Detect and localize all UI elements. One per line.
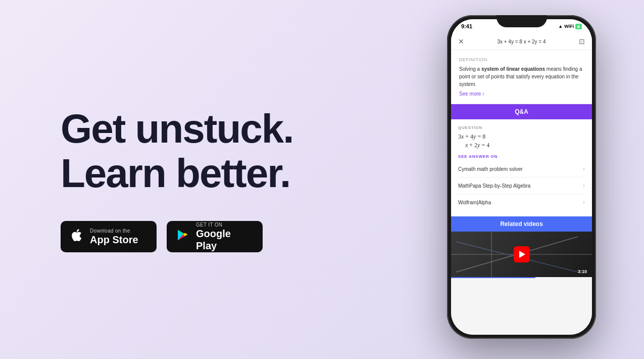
google-play-main-label: Google Play [196, 228, 254, 252]
definition-card: DEFINITION Solving a system of linear eq… [451, 50, 592, 104]
app-header: ✕ 3x + 4y = 8 x + 2y = 4 ⊡ [451, 33, 592, 50]
google-play-button[interactable]: GET IT ON Google Play [167, 221, 263, 252]
equation-1: 3x + 4y = 8 [458, 133, 585, 141]
definition-tag: DEFINITION [459, 57, 584, 62]
google-play-pre-label: GET IT ON [196, 222, 254, 228]
hero-line1: Get unstuck. [61, 106, 293, 151]
see-answer-label: SEE ANSWER ON [458, 154, 585, 159]
answer-item-1-text: Cymath math problem solver [458, 166, 523, 172]
related-videos-label: Related videos [500, 220, 543, 228]
qa-card: QUESTION 3x + 4y = 8 x + 2y = 4 SEE ANSW… [451, 119, 592, 216]
hero-line2: Learn better. [61, 151, 290, 196]
close-icon[interactable]: ✕ [458, 37, 464, 46]
phone-notch [497, 15, 547, 27]
chevron-icon-3: › [583, 199, 585, 206]
answer-item-2-text: MathPapa Step-by-Step Algebra [458, 183, 530, 189]
chevron-icon-1: › [583, 165, 585, 172]
video-progress-bar [451, 277, 535, 278]
google-play-text: GET IT ON Google Play [196, 222, 254, 252]
app-store-text: Download on the App Store [90, 228, 138, 246]
app-store-main-label: App Store [90, 234, 138, 246]
video-thumbnail[interactable]: 3:10 [451, 232, 592, 277]
wifi-icon: WiFi [564, 24, 574, 29]
app-store-pre-label: Download on the [90, 228, 138, 234]
definition-text: Solving a system of linear equations mea… [459, 65, 584, 88]
app-content: DEFINITION Solving a system of linear eq… [451, 50, 592, 335]
related-videos-header: Related videos [451, 216, 592, 232]
qa-label: Q&A [515, 108, 528, 115]
answer-item-3[interactable]: Wolfram|Alpha › [458, 194, 585, 210]
bookmark-icon[interactable]: ⊡ [579, 37, 585, 46]
chevron-icon-2: › [583, 182, 585, 189]
answer-item-1[interactable]: Cymath math problem solver › [458, 161, 585, 177]
def-text-1: Solving a [459, 66, 481, 72]
play-button[interactable] [514, 246, 530, 262]
status-icons: ▲ WiFi ■ [558, 24, 582, 29]
google-play-icon [176, 228, 190, 246]
app-store-button[interactable]: Download on the App Store [61, 221, 157, 252]
signal-icon: ▲ [558, 24, 563, 29]
play-triangle-icon [519, 251, 525, 258]
video-duration: 3:10 [578, 269, 587, 274]
status-time: 9:41 [461, 23, 472, 29]
equation-2: x + 2y = 4 [458, 142, 585, 149]
qa-section-header: Q&A [451, 104, 592, 119]
answer-item-3-text: Wolfram|Alpha [458, 200, 491, 205]
answer-item-2[interactable]: MathPapa Step-by-Step Algebra › [458, 177, 585, 194]
phone-frame: 9:41 ▲ WiFi ■ ✕ 3x + 4y = 8 x + 2y = 4 ⊡… [447, 15, 596, 339]
see-more-link[interactable]: See more › [459, 91, 584, 97]
equation-header-title: 3x + 4y = 8 x + 2y = 4 [464, 39, 579, 44]
battery-icon: ■ [575, 24, 582, 29]
phone-screen: 9:41 ▲ WiFi ■ ✕ 3x + 4y = 8 x + 2y = 4 ⊡… [451, 19, 592, 335]
phone-container: 9:41 ▲ WiFi ■ ✕ 3x + 4y = 8 x + 2y = 4 ⊡… [447, 15, 604, 344]
question-label: QUESTION [458, 125, 585, 130]
apple-icon [70, 228, 84, 246]
def-bold: system of linear equations [481, 66, 545, 72]
